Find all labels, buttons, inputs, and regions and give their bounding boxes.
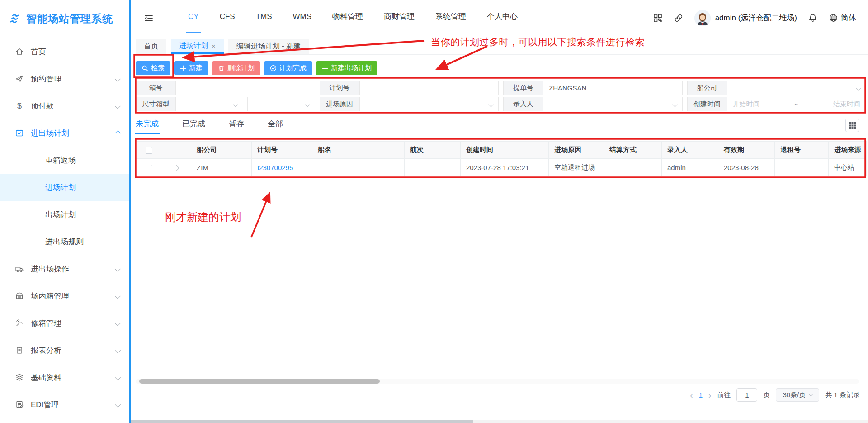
filter-shipping-line: 船公司	[687, 81, 867, 95]
button-label: 计划完成	[279, 64, 307, 72]
nav-tab-finance[interactable]: 商财管理	[373, 0, 425, 36]
dollar-icon: $	[14, 101, 24, 111]
filter-entry-reason: 进场原因	[320, 97, 499, 111]
sidebar: 智能场站管理系统 首页 预约管理 $ 预付款 进出场计划	[0, 0, 129, 423]
prev-page-icon[interactable]: ‹	[690, 391, 693, 399]
operator-select[interactable]	[543, 97, 683, 111]
page-tab-entry-plan[interactable]: 进场计划 ×	[171, 39, 224, 54]
entry-reason-select[interactable]	[359, 97, 499, 111]
sidebar-item-yard-container[interactable]: 场内箱管理	[0, 282, 129, 309]
filter-label: 尺寸箱型	[136, 97, 175, 111]
date-range-picker[interactable]: 开始时间 ~ 结束时间	[727, 97, 867, 111]
row-checkbox[interactable]	[146, 165, 152, 171]
sidebar-item-label: 进出场操作	[31, 264, 116, 274]
column-header-return-no: 退租号	[775, 142, 829, 159]
close-icon[interactable]: ×	[212, 42, 216, 50]
goto-page-input[interactable]	[736, 388, 757, 402]
report-icon	[14, 345, 24, 355]
chevron-down-icon	[115, 402, 121, 408]
avatar	[694, 10, 711, 26]
delete-plan-button[interactable]: 删除计划	[212, 61, 260, 75]
nav-tab-tms[interactable]: TMS	[245, 0, 283, 36]
sidebar-item-edi[interactable]: EDI管理	[0, 391, 129, 418]
bell-icon[interactable]	[808, 13, 818, 23]
sidebar-subitem-label: 进场计划	[45, 182, 76, 193]
plan-no-input[interactable]	[359, 81, 499, 95]
search-button[interactable]: 检索	[136, 61, 170, 75]
layers-icon	[14, 372, 24, 382]
sidebar-item-label: 基础资料	[31, 372, 116, 383]
nav-tab-system[interactable]: 系统管理	[425, 0, 476, 36]
cell-carrier: ZIM	[191, 159, 252, 176]
filter-label: 进场原因	[320, 97, 359, 111]
status-tab-unfinished[interactable]: 未完成	[136, 119, 159, 134]
new-button[interactable]: 新建	[174, 61, 208, 75]
plan-no-link[interactable]: I230700295	[257, 164, 293, 171]
sidebar-item-gate-plans[interactable]: 进出场计划	[0, 119, 129, 147]
language-switcher[interactable]: 简体	[829, 13, 856, 23]
nav-tab-wms[interactable]: WMS	[283, 0, 322, 36]
home-icon	[14, 47, 24, 57]
button-label: 检索	[151, 64, 165, 72]
sidebar-collapse-icon[interactable]	[143, 13, 154, 24]
user-menu[interactable]: admin (远洋仓配二堆场)	[694, 10, 797, 26]
sidebar-subitem-gate-rules[interactable]: 进出场规则	[0, 228, 129, 255]
sidebar-item-basic-data[interactable]: 基础资料	[0, 364, 129, 391]
trash-icon	[218, 65, 225, 71]
status-tab-draft[interactable]: 暂存	[229, 119, 244, 134]
chevron-down-icon	[115, 347, 121, 353]
chevron-down-icon	[115, 76, 121, 82]
sidebar-item-label: 首页	[31, 47, 120, 57]
sidebar-item-repair[interactable]: 修箱管理	[0, 309, 129, 337]
link-icon[interactable]	[674, 13, 684, 23]
sidebar-subitem-heavy-return[interactable]: 重箱返场	[0, 147, 129, 174]
page-tab-edit-entry-plan[interactable]: 编辑进场计划 - 新建	[228, 39, 309, 54]
sidebar-item-home[interactable]: 首页	[0, 38, 129, 65]
filter-label: 船公司	[687, 81, 727, 95]
table-row: ZIM I230700295 2023-07-28 17:03:21 空箱退租进…	[136, 159, 867, 176]
cell-operator: admin	[662, 159, 718, 176]
type-select[interactable]	[247, 97, 315, 111]
select-all-checkbox[interactable]	[146, 147, 152, 154]
sidebar-subitem-label: 出场计划	[45, 209, 76, 220]
sidebar-item-prepayment[interactable]: $ 预付款	[0, 92, 129, 119]
grid-icon	[849, 122, 856, 129]
shipping-line-select[interactable]	[727, 81, 867, 95]
bl-no-input[interactable]: ZHANGSAN	[543, 81, 683, 95]
sidebar-item-gate-operations[interactable]: 进出场操作	[0, 255, 129, 282]
end-date-placeholder: 结束时间	[833, 100, 860, 109]
sidebar-item-reports[interactable]: 报表分析	[0, 337, 129, 364]
column-settings-button[interactable]	[845, 119, 859, 132]
toolbar: 检索 新建 删除计划 计划完成 新建出场计划	[136, 61, 377, 75]
expand-row-icon[interactable]	[174, 165, 179, 171]
next-page-icon[interactable]: ›	[708, 391, 711, 399]
sidebar-subitem-entry-plan[interactable]: 进场计划	[0, 174, 129, 201]
nav-tab-materials[interactable]: 物料管理	[322, 0, 373, 36]
column-header-settlement: 结算方式	[604, 142, 662, 159]
sidebar-item-reservation[interactable]: 预约管理	[0, 65, 129, 92]
globe-icon	[829, 13, 838, 23]
page-size-value: 30条/页	[783, 391, 806, 399]
page-tab-home[interactable]: 首页	[136, 39, 166, 54]
expand-column-header	[162, 142, 191, 159]
size-select[interactable]	[175, 97, 243, 111]
plan-complete-button[interactable]: 计划完成	[264, 61, 312, 75]
page-size-select[interactable]: 30条/页	[776, 388, 819, 402]
qr-code-icon[interactable]	[653, 13, 663, 23]
button-label: 新建出场计划	[331, 64, 372, 72]
sidebar-subitem-exit-plan[interactable]: 出场计划	[0, 201, 129, 228]
scrollbar-thumb[interactable]	[139, 379, 380, 384]
chevron-down-icon	[115, 103, 121, 109]
status-tab-finished[interactable]: 已完成	[182, 119, 205, 134]
status-tab-all[interactable]: 全部	[268, 119, 283, 134]
current-page[interactable]: 1	[699, 391, 703, 399]
logo-waves-icon	[10, 12, 24, 25]
nav-tab-personal[interactable]: 个人中心	[476, 0, 528, 36]
nav-tab-cy[interactable]: CY	[178, 0, 209, 36]
new-exit-plan-button[interactable]: 新建出场计划	[316, 61, 377, 75]
chevron-down-icon	[115, 375, 121, 380]
nav-tab-cfs[interactable]: CFS	[209, 0, 245, 36]
start-date-placeholder: 开始时间	[733, 100, 760, 109]
container-no-input[interactable]	[175, 81, 315, 95]
cell-voyage	[405, 159, 461, 176]
